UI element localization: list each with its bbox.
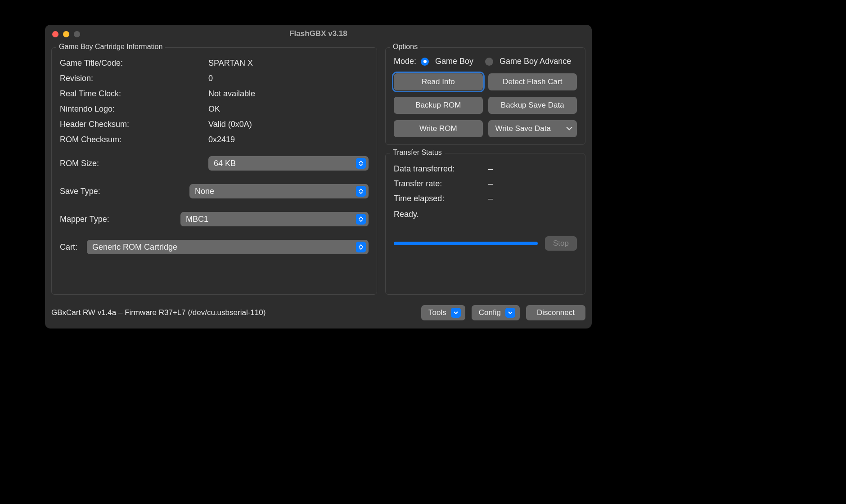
mode-gba-label[interactable]: Game Boy Advance — [500, 57, 571, 66]
transfer-status-title: Transfer Status — [390, 148, 445, 157]
backup-save-data-button[interactable]: Backup Save Data — [488, 97, 577, 114]
data-transferred-value: – — [488, 164, 577, 174]
time-elapsed-label: Time elapsed: — [394, 194, 488, 203]
app-window: FlashGBX v3.18 Game Boy Cartridge Inform… — [45, 25, 592, 328]
window-title: FlashGBX v3.18 — [45, 29, 592, 38]
detect-flash-cart-button[interactable]: Detect Flash Cart — [488, 73, 577, 90]
rom-size-select[interactable]: 64 KB — [208, 156, 369, 171]
disconnect-button[interactable]: Disconnect — [526, 305, 585, 320]
config-button[interactable]: Config — [472, 305, 520, 320]
cart-select[interactable]: Generic ROM Cartridge — [87, 240, 369, 254]
footer-bar: GBxCart RW v1.4a – Firmware R37+L7 (/dev… — [51, 305, 585, 320]
updown-icon — [356, 214, 366, 225]
write-rom-button[interactable]: Write ROM — [394, 120, 483, 137]
options-title: Options — [390, 43, 420, 51]
titlebar: FlashGBX v3.18 — [45, 25, 592, 43]
mode-gb-radio[interactable] — [421, 58, 429, 66]
cart-value: Generic ROM Cartridge — [92, 243, 356, 252]
save-type-select[interactable]: None — [189, 184, 369, 198]
nintendo-logo-label: Nintendo Logo: — [60, 104, 208, 114]
transfer-rate-label: Transfer rate: — [394, 179, 488, 189]
time-elapsed-value: – — [488, 194, 577, 203]
write-save-data-button[interactable]: Write Save Data — [488, 120, 577, 137]
mode-label: Mode: — [394, 57, 416, 66]
nintendo-logo-value: OK — [208, 104, 369, 114]
revision-value: 0 — [208, 74, 369, 83]
mapper-type-select[interactable]: MBC1 — [180, 212, 369, 226]
chevron-down-icon — [566, 126, 572, 132]
mode-gba-radio[interactable] — [485, 58, 493, 66]
transfer-rate-value: – — [488, 179, 577, 189]
save-type-value: None — [195, 187, 356, 196]
cartridge-info-title: Game Boy Cartridge Information — [56, 43, 165, 51]
rom-checksum-label: ROM Checksum: — [60, 135, 208, 144]
game-title-value: SPARTAN X — [208, 58, 369, 68]
options-panel: Options Mode: Game Boy Game Boy Advance … — [385, 47, 585, 145]
mapper-type-value: MBC1 — [186, 215, 356, 224]
mode-gb-label[interactable]: Game Boy — [435, 57, 473, 66]
rtc-label: Real Time Clock: — [60, 89, 208, 99]
header-checksum-label: Header Checksum: — [60, 120, 208, 129]
transfer-status-panel: Transfer Status Data transferred: – Tran… — [385, 153, 585, 295]
revision-label: Revision: — [60, 74, 208, 83]
save-type-label: Save Type: — [60, 187, 189, 196]
updown-icon — [356, 158, 366, 169]
rtc-value: Not available — [208, 89, 369, 99]
chevron-down-icon — [451, 308, 461, 318]
updown-icon — [356, 186, 366, 197]
rom-size-value: 64 KB — [214, 159, 356, 168]
chevron-down-icon — [505, 308, 515, 318]
ready-status: Ready. — [394, 210, 577, 219]
device-status: GBxCart RW v1.4a – Firmware R37+L7 (/dev… — [51, 308, 421, 317]
updown-icon — [356, 242, 366, 252]
rom-size-label: ROM Size: — [60, 159, 208, 168]
data-transferred-label: Data transferred: — [394, 164, 488, 174]
stop-button[interactable]: Stop — [545, 236, 577, 251]
game-title-label: Game Title/Code: — [60, 58, 208, 68]
header-checksum-value: Valid (0x0A) — [208, 120, 369, 129]
progress-bar — [394, 242, 538, 245]
mapper-type-label: Mapper Type: — [60, 215, 180, 224]
rom-checksum-value: 0x2419 — [208, 135, 369, 144]
cartridge-info-panel: Game Boy Cartridge Information Game Titl… — [51, 47, 377, 295]
tools-button[interactable]: Tools — [421, 305, 465, 320]
read-info-button[interactable]: Read Info — [394, 73, 483, 90]
cart-label: Cart: — [60, 243, 87, 252]
backup-rom-button[interactable]: Backup ROM — [394, 97, 483, 114]
